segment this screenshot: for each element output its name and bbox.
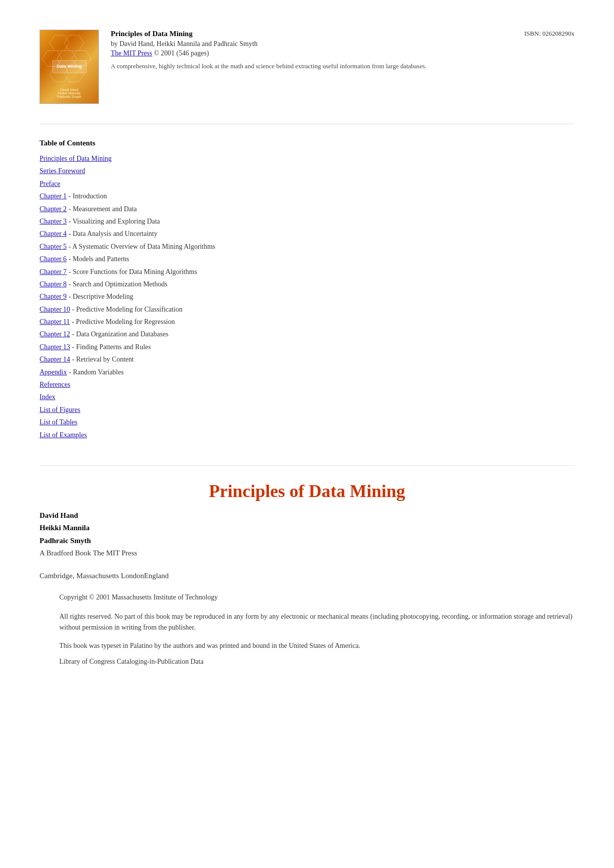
toc-desc: - Predictive Modeling for Regression <box>72 317 175 327</box>
toc-item: Chapter 11 - Predictive Modeling for Reg… <box>40 317 574 327</box>
isbn: ISBN: 026208290x <box>525 30 574 38</box>
toc-desc: - Data Organization and Databases <box>72 329 169 340</box>
toc-link[interactable]: Chapter 14 <box>40 354 70 365</box>
book-description: A comprehensive, highly technical look a… <box>111 61 574 71</box>
main-content: Principles of Data Mining David Hand Hei… <box>40 481 574 667</box>
main-publisher-line2: Cambridge, Massachusetts LondonEngland <box>40 570 574 583</box>
main-author2: Heikki Mannila <box>40 522 574 535</box>
toc-list: Principles of Data MiningSeries Foreword… <box>40 153 574 441</box>
svg-marker-1 <box>64 35 84 50</box>
toc-link[interactable]: List of Tables <box>40 417 78 428</box>
publisher-suffix: © 2001 (546 pages) <box>152 49 209 57</box>
toc-item: Chapter 13 - Finding Patterns and Rules <box>40 342 574 353</box>
toc-link[interactable]: List of Figures <box>40 405 80 415</box>
toc-link[interactable]: Chapter 13 <box>40 342 70 353</box>
toc-item: Chapter 14 - Retrieval by Content <box>40 354 574 365</box>
toc-item: Chapter 4 - Data Analysis and Uncertaint… <box>40 228 574 239</box>
toc-desc: - Search and Optimization Methods <box>69 279 168 290</box>
toc-desc: - Retrieval by Content <box>72 354 134 365</box>
toc-item: Series Foreword <box>40 166 574 177</box>
toc-item: Chapter 12 - Data Organization and Datab… <box>40 329 574 340</box>
toc-item: Chapter 9 - Descriptive Modeling <box>40 291 574 302</box>
toc-link[interactable]: Chapter 9 <box>40 291 67 302</box>
library-text: Library of Congress Cataloging-in-Public… <box>59 656 574 667</box>
toc-desc: - Predictive Modeling for Classification <box>72 304 182 315</box>
divider-2 <box>40 465 574 466</box>
toc-item: Chapter 6 - Models and Patterns <box>40 254 574 265</box>
svg-marker-6 <box>64 66 84 82</box>
toc-item: Index <box>40 392 574 403</box>
typeset-text: This book was typeset in Palatino by the… <box>59 640 574 651</box>
toc-item: Chapter 7 - Score Functions for Data Min… <box>40 267 574 277</box>
book-publisher-line: The MIT Press © 2001 (546 pages) <box>111 49 258 57</box>
toc-link[interactable]: Chapter 2 <box>40 204 67 215</box>
toc-desc: - Measurement and Data <box>69 204 137 215</box>
toc-link[interactable]: Chapter 11 <box>40 317 70 327</box>
toc-link[interactable]: Chapter 8 <box>40 279 67 290</box>
main-author1: David Hand <box>40 509 574 522</box>
toc-link[interactable]: Chapter 4 <box>40 228 67 239</box>
toc-desc: - Descriptive Modeling <box>69 291 133 302</box>
toc-desc: - Random Variables <box>69 367 124 378</box>
toc-item: Chapter 5 - A Systematic Overview of Dat… <box>40 241 574 252</box>
toc-link[interactable]: Chapter 3 <box>40 216 67 227</box>
svg-marker-5 <box>50 66 69 82</box>
toc-link[interactable]: Series Foreword <box>40 166 85 177</box>
toc-item: Chapter 8 - Search and Optimization Meth… <box>40 279 574 290</box>
divider-1 <box>40 124 574 124</box>
svg-marker-3 <box>57 51 76 66</box>
toc-link[interactable]: Chapter 10 <box>40 304 70 315</box>
toc-desc: - Score Functions for Data Mining Algori… <box>69 267 197 277</box>
toc-item: Appendix - Random Variables <box>40 367 574 378</box>
main-publisher-line1: A Bradford Book The MIT Press <box>40 547 574 560</box>
main-title: Principles of Data Mining <box>40 481 574 502</box>
toc-desc: - Introduction <box>69 191 107 202</box>
toc-item: Chapter 1 - Introduction <box>40 191 574 202</box>
toc-desc: - Models and Patterns <box>69 254 129 265</box>
toc-desc: - Data Analysis and Uncertainty <box>69 228 158 239</box>
toc-section: Table of Contents Principles of Data Min… <box>40 139 574 441</box>
toc-item: Chapter 10 - Predictive Modeling for Cla… <box>40 304 574 315</box>
toc-item: List of Figures <box>40 405 574 415</box>
svg-marker-2 <box>43 51 62 66</box>
toc-item: Principles of Data Mining <box>40 153 574 164</box>
page: Data Mining David Hand Heikki Mannila Pa… <box>0 0 614 697</box>
toc-link[interactable]: Chapter 6 <box>40 254 67 265</box>
svg-marker-0 <box>50 35 69 50</box>
book-title: Principles of Data Mining <box>111 30 258 38</box>
toc-heading: Table of Contents <box>40 139 574 147</box>
publisher-link[interactable]: The MIT Press <box>111 49 152 57</box>
book-info: Principles of Data Mining by David Hand,… <box>111 30 574 104</box>
book-cover: Data Mining David Hand Heikki Mannila Pa… <box>40 30 99 104</box>
toc-link[interactable]: Preface <box>40 179 60 189</box>
toc-link[interactable]: Appendix <box>40 367 67 378</box>
toc-link[interactable]: Chapter 5 <box>40 241 67 252</box>
rights-text: All rights reserved. No part of this boo… <box>59 611 574 634</box>
book-header: Data Mining David Hand Heikki Mannila Pa… <box>40 30 574 104</box>
toc-link[interactable]: Chapter 7 <box>40 267 67 277</box>
toc-link[interactable]: References <box>40 379 70 390</box>
toc-item: List of Examples <box>40 430 574 441</box>
toc-link[interactable]: Chapter 1 <box>40 191 67 202</box>
copyright-text: Copyright © 2001 Massachusetts Institute… <box>59 592 574 603</box>
toc-link[interactable]: Principles of Data Mining <box>40 153 112 164</box>
main-author3: Padhraic Smyth <box>40 535 574 548</box>
toc-link[interactable]: List of Examples <box>40 430 87 441</box>
toc-item: Preface <box>40 179 574 189</box>
toc-desc: - A Systematic Overview of Data Mining A… <box>69 241 216 252</box>
copyright-block: Copyright © 2001 Massachusetts Institute… <box>59 592 574 603</box>
toc-item: List of Tables <box>40 417 574 428</box>
toc-link[interactable]: Index <box>40 392 55 403</box>
toc-item: Chapter 3 - Visualizing and Exploring Da… <box>40 216 574 227</box>
toc-item: Chapter 2 - Measurement and Data <box>40 204 574 215</box>
toc-link[interactable]: Chapter 12 <box>40 329 70 340</box>
svg-marker-4 <box>72 51 91 66</box>
book-authors: by David Hand, Heikki Mannila and Padhra… <box>111 40 258 48</box>
toc-desc: - Visualizing and Exploring Data <box>69 216 160 227</box>
toc-item: References <box>40 379 574 390</box>
toc-desc: - Finding Patterns and Rules <box>72 342 151 353</box>
